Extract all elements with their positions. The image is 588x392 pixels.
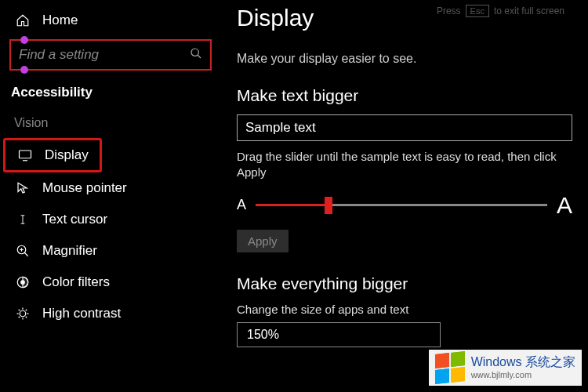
sidebar-item-label: Color filters bbox=[42, 274, 110, 290]
text-cursor-icon bbox=[14, 212, 31, 227]
scale-dropdown[interactable]: 150% bbox=[237, 322, 441, 347]
slider-label-small-a: A bbox=[237, 197, 246, 213]
svg-line-17 bbox=[19, 317, 20, 318]
windows-logo-icon bbox=[435, 351, 465, 384]
watermark: Windows 系统之家 www.bjlmly.com bbox=[429, 350, 582, 386]
search-icon bbox=[190, 47, 202, 63]
sidebar-item-label: Mouse pointer bbox=[42, 180, 127, 196]
color-filters-icon bbox=[14, 275, 31, 289]
svg-line-18 bbox=[26, 310, 27, 311]
slider-thumb[interactable] bbox=[325, 197, 332, 214]
svg-line-16 bbox=[26, 317, 27, 318]
sidebar-item-label: High contrast bbox=[42, 306, 121, 321]
monitor-icon bbox=[16, 148, 34, 162]
slider-instruction: Drag the slider until the sample text is… bbox=[237, 149, 572, 181]
high-contrast-icon bbox=[14, 307, 31, 321]
sidebar-item-text-cursor[interactable]: Text cursor bbox=[0, 204, 220, 235]
heading-make-text-bigger: Make text bigger bbox=[237, 86, 572, 105]
home-icon bbox=[14, 13, 31, 27]
esc-key: Esc bbox=[466, 5, 489, 17]
search-input[interactable] bbox=[11, 41, 210, 69]
sidebar-item-high-contrast[interactable]: High contrast bbox=[0, 298, 220, 329]
svg-point-10 bbox=[20, 310, 26, 317]
slider-label-large-a: A bbox=[557, 192, 572, 219]
scale-dropdown-value: 150% bbox=[247, 328, 279, 342]
sidebar-item-magnifier[interactable]: Magnifier bbox=[0, 235, 220, 267]
sample-text-box: Sample text bbox=[237, 114, 572, 141]
svg-point-9 bbox=[21, 281, 25, 285]
apply-button[interactable]: Apply bbox=[237, 230, 289, 252]
pointer-icon bbox=[14, 181, 31, 195]
heading-make-everything-bigger: Make everything bigger bbox=[237, 274, 572, 293]
sidebar-section-title: Accessibility bbox=[0, 82, 220, 116]
sidebar: Home Accessibility Vision Display bbox=[0, 0, 220, 392]
text-size-slider-row: A A bbox=[237, 192, 572, 219]
sidebar-item-label: Text cursor bbox=[42, 212, 107, 227]
svg-rect-2 bbox=[20, 151, 31, 158]
svg-line-5 bbox=[24, 252, 28, 256]
svg-line-1 bbox=[198, 55, 201, 58]
selection-handle-top bbox=[20, 36, 28, 44]
search-container bbox=[9, 39, 212, 71]
selection-handle-bottom bbox=[20, 66, 28, 74]
watermark-line1: Windows 系统之家 bbox=[471, 355, 575, 369]
svg-line-15 bbox=[19, 310, 20, 311]
main-panel: Display Make your display easier to see.… bbox=[220, 0, 588, 392]
exit-fs-press: Press bbox=[437, 5, 461, 16]
exit-fs-rest: to exit full screen bbox=[494, 5, 564, 16]
svg-point-0 bbox=[191, 49, 198, 56]
magnifier-icon bbox=[14, 244, 31, 258]
sidebar-item-color-filters[interactable]: Color filters bbox=[0, 267, 220, 298]
nav-home-label: Home bbox=[42, 13, 78, 28]
exit-fullscreen-hint: Press Esc to exit full screen bbox=[437, 5, 564, 17]
sidebar-item-label: Magnifier bbox=[42, 243, 97, 259]
watermark-line2: www.bjlmly.com bbox=[471, 370, 575, 380]
sidebar-item-mouse-pointer[interactable]: Mouse pointer bbox=[0, 172, 220, 204]
watermark-text: Windows 系统之家 www.bjlmly.com bbox=[471, 355, 575, 379]
text-size-slider[interactable] bbox=[256, 204, 547, 206]
sidebar-group-vision: Vision bbox=[0, 116, 220, 138]
sidebar-item-display[interactable]: Display bbox=[5, 140, 100, 170]
nav-home[interactable]: Home bbox=[0, 8, 220, 33]
selected-highlight: Display bbox=[3, 138, 102, 172]
sidebar-item-label: Display bbox=[45, 147, 89, 163]
page-subtitle: Make your display easier to see. bbox=[237, 52, 572, 66]
scale-label: Change the size of apps and text bbox=[237, 303, 572, 316]
